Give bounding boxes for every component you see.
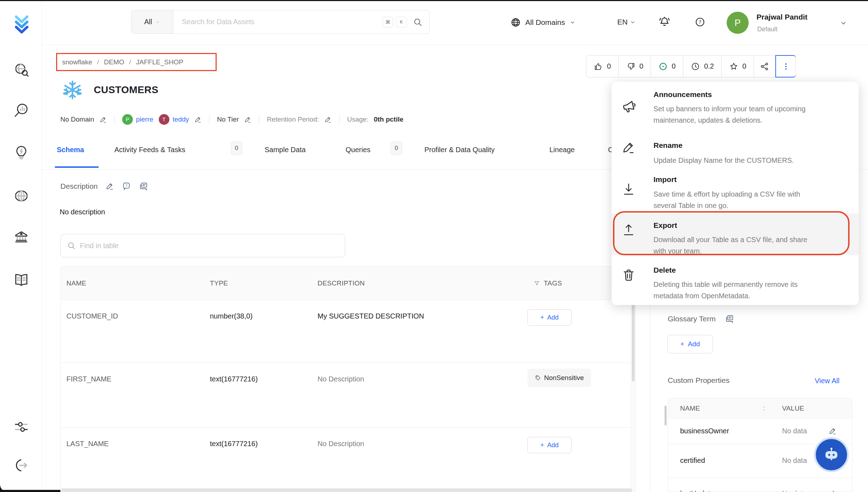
menu-item-description: Save time & effort by uploading a CSV fi… xyxy=(653,188,808,211)
cp-row-value: No data xyxy=(782,490,807,492)
edit-owners-pencil-icon[interactable] xyxy=(194,116,202,123)
openmetadata-logo[interactable] xyxy=(11,14,33,34)
tag-chip[interactable]: NonSensitive xyxy=(527,369,591,387)
breadcrumb-service[interactable]: snowflake xyxy=(62,58,92,66)
star-button[interactable]: 0 xyxy=(722,55,754,77)
sidebar-item-settings[interactable] xyxy=(13,419,29,435)
tab-profiler[interactable]: Profiler & Data Quality xyxy=(424,146,495,154)
robot-icon xyxy=(822,445,841,464)
chatbot-button[interactable] xyxy=(814,437,849,472)
column-name[interactable]: FIRST_NAME xyxy=(66,375,112,383)
tag-label: NonSensitive xyxy=(544,374,584,382)
column-header-name[interactable]: NAME xyxy=(66,267,86,300)
downvote-button[interactable]: 0 xyxy=(619,55,651,77)
tab-lineage[interactable]: Lineage xyxy=(549,146,575,154)
search-scope-select[interactable]: All xyxy=(131,10,173,33)
tab-activity-feeds-count: 0 xyxy=(231,141,242,155)
menu-item-delete[interactable]: Delete Deleting this table will permanen… xyxy=(612,261,859,304)
column-description: No Description xyxy=(318,375,364,383)
find-in-table-input[interactable] xyxy=(80,242,338,250)
annotation-box-breadcrumb: snowflake / DEMO / JAFFLE_SHOP xyxy=(56,53,217,71)
sidebar-item-observability[interactable] xyxy=(13,103,29,118)
upvote-button[interactable]: 0 xyxy=(586,55,619,77)
edit-property-pencil-icon[interactable] xyxy=(829,490,837,492)
help-button[interactable]: ? xyxy=(695,17,705,27)
version-history-button[interactable]: 0.2 xyxy=(683,55,722,77)
tier-button[interactable]: 0 xyxy=(651,55,683,77)
search-icon[interactable] xyxy=(413,17,422,27)
column-name[interactable]: LAST_NAME xyxy=(66,440,109,448)
tab-schema[interactable]: Schema xyxy=(57,146,84,154)
table-row: LAST_NAME text(16777216) No Description … xyxy=(61,428,635,492)
column-name[interactable]: CUSTOMER_ID xyxy=(66,312,118,320)
column-header-type[interactable]: TYPE xyxy=(210,267,228,300)
table-row: CUSTOMER_ID number(38,0) My SUGGESTED DE… xyxy=(61,300,635,363)
column-header-tags[interactable]: TAGS xyxy=(533,267,562,300)
edit-property-pencil-icon[interactable] xyxy=(829,427,837,435)
share-button[interactable] xyxy=(754,55,776,77)
notifications-button[interactable] xyxy=(658,16,671,28)
cp-row-value: No data xyxy=(782,456,807,465)
language-selector[interactable]: EN xyxy=(617,18,636,26)
sidebar-item-glossary[interactable] xyxy=(13,272,29,288)
sidebar-item-insights[interactable] xyxy=(13,145,29,160)
plus-icon: + xyxy=(540,314,544,321)
edit-tier-pencil-icon[interactable] xyxy=(244,116,251,123)
sort-icon[interactable] xyxy=(761,398,767,418)
request-description-icon[interactable]: ? xyxy=(122,182,131,191)
glossary-term-title: Glossary Term xyxy=(668,315,716,323)
breadcrumb-schema[interactable]: JAFFLE_SHOP xyxy=(136,58,183,66)
dots-vertical-icon xyxy=(781,62,791,71)
megaphone-icon xyxy=(622,99,636,114)
panel-scrollbar-thumb[interactable] xyxy=(664,406,667,426)
breadcrumb-database[interactable]: DEMO xyxy=(104,58,124,66)
add-tag-button[interactable]: +Add xyxy=(527,309,571,326)
menu-item-import[interactable]: Import Save time & effort by uploading a… xyxy=(612,170,859,213)
description-header: Description ? xyxy=(60,182,148,191)
domain-value[interactable]: No Domain xyxy=(60,116,94,123)
menu-item-title: Import xyxy=(653,175,677,184)
edit-domain-pencil-icon[interactable] xyxy=(99,116,107,123)
retention-label: Retention Period: xyxy=(267,116,319,123)
tab-queries[interactable]: Queries xyxy=(346,146,370,154)
usage-value: 0th pctile xyxy=(374,116,403,123)
tab-queries-count: 0 xyxy=(391,141,402,155)
edit-retention-pencil-icon[interactable] xyxy=(324,116,332,123)
user-name: Prajwal Pandit xyxy=(756,13,808,21)
sidebar-item-domains[interactable] xyxy=(13,188,29,204)
entity-stats-bar: 0 0 0 0.2 0 xyxy=(586,55,796,77)
comments-icon[interactable] xyxy=(139,182,148,191)
add-tag-button[interactable]: +Add xyxy=(527,437,571,453)
breadcrumb-separator: / xyxy=(97,58,99,66)
menu-item-title: Announcements xyxy=(653,90,712,99)
edit-description-pencil-icon[interactable] xyxy=(105,182,114,191)
tier-value[interactable]: No Tier xyxy=(217,116,239,123)
menu-item-announcements[interactable]: Announcements Set up banners to inform y… xyxy=(612,87,859,134)
tab-sample-data[interactable]: Sample Data xyxy=(265,146,306,154)
horizontal-scrollbar[interactable] xyxy=(61,488,632,492)
more-actions-button[interactable] xyxy=(775,55,796,77)
search-input[interactable] xyxy=(173,18,383,26)
scrollbar-thumb[interactable] xyxy=(632,301,635,381)
cp-row-value: No data xyxy=(782,427,807,435)
menu-item-export[interactable]: Export Download all your Table as a CSV … xyxy=(612,213,859,255)
cp-row-name: businessOwner xyxy=(680,427,729,435)
column-header-description[interactable]: DESCRIPTION xyxy=(318,267,365,300)
sidebar-item-explore[interactable] xyxy=(13,62,29,78)
domain-selector[interactable]: All Domains xyxy=(510,17,576,28)
sidebar-item-govern[interactable] xyxy=(13,229,29,245)
user-avatar[interactable]: P xyxy=(727,12,749,34)
view-all-link[interactable]: View All xyxy=(815,377,840,385)
share-icon xyxy=(760,62,769,71)
owner-pierre[interactable]: P pierre xyxy=(122,114,153,125)
tab-activity-feeds[interactable]: Activity Feeds & Tasks xyxy=(114,146,185,154)
add-glossary-term-button[interactable]: +Add xyxy=(667,335,713,353)
owner-teddy[interactable]: T teddy xyxy=(159,114,189,125)
user-menu-chevron-icon[interactable] xyxy=(840,19,847,27)
filter-funnel-icon[interactable] xyxy=(533,280,540,287)
menu-item-rename[interactable]: Rename Update Display Name for the CUSTO… xyxy=(612,136,859,169)
cp-header-name[interactable]: NAME xyxy=(680,398,700,418)
comments-icon[interactable] xyxy=(725,314,734,323)
sidebar-item-logout[interactable] xyxy=(13,458,29,473)
chevron-down-icon xyxy=(630,19,636,25)
